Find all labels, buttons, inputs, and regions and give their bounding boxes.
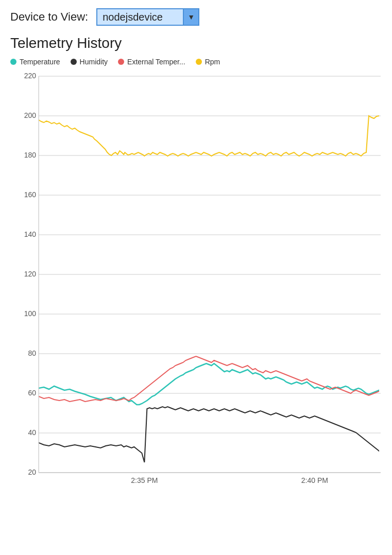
device-select[interactable]: nodejsdevice: [96, 8, 199, 26]
external-temp-line: [39, 356, 381, 402]
legend-item-external-temp: External Temper...: [118, 58, 185, 66]
device-select-wrapper[interactable]: nodejsdevice ▼: [96, 8, 199, 26]
chart-area: 220 200 180 160 140 120 100 80 6: [10, 71, 382, 493]
legend-item-humidity: Humidity: [71, 58, 108, 66]
legend-label-humidity: Humidity: [80, 58, 108, 66]
legend-label-rpm: Rpm: [205, 58, 220, 66]
y-label-100: 100: [24, 309, 37, 318]
humidity-line: [39, 407, 381, 462]
legend-item-temperature: Temperature: [10, 58, 60, 66]
y-label-20: 20: [28, 468, 36, 476]
y-label-140: 140: [24, 230, 37, 238]
device-selector-row: Device to View: nodejsdevice ▼: [10, 8, 382, 26]
y-label-80: 80: [28, 349, 36, 357]
legend-label-external-temp: External Temper...: [127, 58, 185, 66]
y-label-40: 40: [28, 428, 36, 437]
chart-legend: Temperature Humidity External Temper... …: [10, 58, 382, 66]
legend-dot-rpm: [196, 59, 202, 65]
legend-label-temperature: Temperature: [20, 58, 60, 66]
chart-title: Telemetry History: [10, 35, 382, 51]
y-label-200: 200: [24, 111, 37, 119]
y-label-120: 120: [24, 270, 37, 278]
temperature-line: [39, 363, 381, 405]
rpm-line: [39, 116, 381, 156]
legend-dot-temperature: [10, 59, 16, 65]
chart-svg: 220 200 180 160 140 120 100 80 6: [10, 71, 382, 493]
page-container: Device to View: nodejsdevice ▼ Telemetry…: [0, 0, 392, 555]
y-label-220: 220: [24, 72, 37, 80]
legend-dot-external-temp: [118, 59, 124, 65]
y-label-60: 60: [28, 389, 36, 397]
device-label: Device to View:: [10, 10, 88, 24]
legend-item-rpm: Rpm: [196, 58, 220, 66]
y-label-160: 160: [24, 190, 37, 199]
y-label-180: 180: [24, 151, 37, 159]
x-label-240: 2:40 PM: [301, 476, 328, 484]
legend-dot-humidity: [71, 59, 77, 65]
x-label-235: 2:35 PM: [131, 476, 158, 484]
